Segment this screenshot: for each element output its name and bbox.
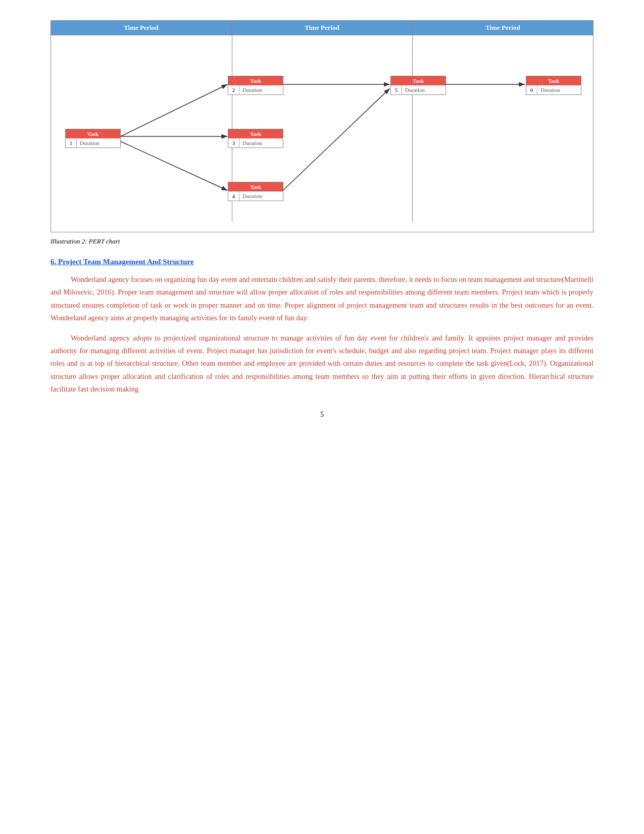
task-node-2-num: 2 [228, 85, 239, 94]
pert-arrows-svg [51, 35, 593, 222]
section-title: Project Team Management And Structure [58, 258, 194, 266]
time-period-header-3: Time Period [413, 21, 593, 35]
time-period-header-1: Time Period [51, 21, 232, 35]
task-node-4-num: 4 [228, 191, 239, 201]
task-node-5-header: Task [391, 76, 445, 85]
task-node-4-dur: Duration [239, 191, 265, 201]
task-node-4-body: 4 Duration [228, 191, 283, 201]
task-node-5-dur: Duration [402, 85, 428, 94]
svg-line-3 [121, 141, 228, 190]
task-node-1-body: 1 Duration [66, 138, 120, 148]
time-period-header-2: Time Period [232, 21, 413, 35]
task-node-5-body: 5 Duration [391, 85, 445, 94]
task-node-4-header: Task [228, 182, 283, 191]
task-node-3: Task 3 Duration [228, 129, 283, 148]
task-node-3-body: 3 Duration [228, 138, 283, 148]
illustration-caption: Illustration 2: PERT chart [51, 237, 593, 246]
pert-header-row: Time Period Time Period Time Period [51, 21, 593, 35]
task-node-2-header: Task [228, 76, 283, 85]
pert-chart: Time Period Time Period Time Period Task… [51, 20, 593, 232]
task-node-2-dur: Duration [239, 85, 265, 94]
task-node-3-num: 3 [228, 138, 239, 148]
section-number: 6. [51, 258, 56, 266]
task-node-5-num: 5 [391, 85, 402, 94]
task-node-1-num: 1 [66, 138, 77, 148]
task-node-2-body: 2 Duration [228, 85, 283, 94]
task-node-6-dur: Duration [537, 85, 563, 94]
task-node-4: Task 4 Duration [228, 182, 283, 201]
paragraph-2: Wonderland agency adopts to projectized … [51, 332, 593, 396]
task-node-6-body: 6 Duration [526, 85, 581, 94]
task-node-5: Task 5 Duration [390, 76, 446, 95]
task-node-1-header: Task [66, 129, 120, 138]
task-node-6-header: Task [526, 76, 581, 85]
task-node-1-dur: Duration [77, 138, 103, 148]
task-node-6-num: 6 [526, 85, 537, 94]
page-number: 5 [51, 411, 593, 419]
pert-body: Task 1 Duration Task 2 Duration Task 3 D… [51, 35, 593, 222]
task-node-3-header: Task [228, 129, 283, 138]
svg-line-1 [121, 84, 228, 136]
svg-line-5 [283, 88, 390, 190]
column-divider-2 [412, 35, 413, 222]
section-heading: 6. Project Team Management And Structure [51, 258, 593, 266]
paragraph-1: Wonderland agency focuses on organizing … [51, 273, 593, 325]
task-node-2: Task 2 Duration [228, 76, 283, 95]
task-node-1: Task 1 Duration [65, 129, 121, 148]
task-node-6: Task 6 Duration [526, 76, 581, 95]
task-node-3-dur: Duration [239, 138, 265, 148]
